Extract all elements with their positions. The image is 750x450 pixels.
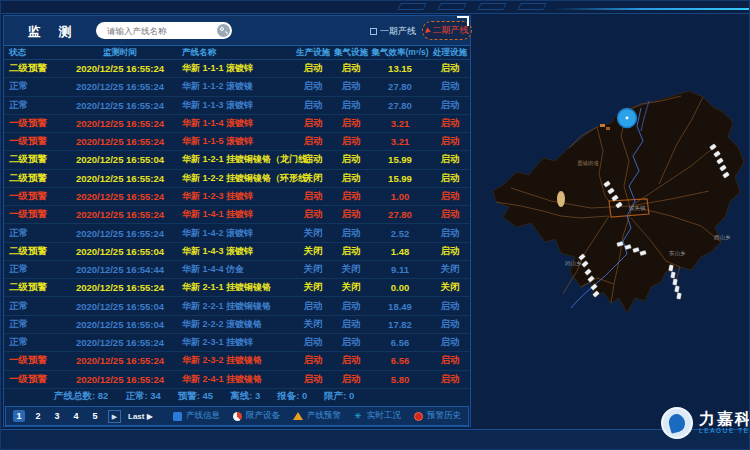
cell-production: 启动	[294, 208, 332, 221]
site-marker[interactable]	[673, 279, 678, 286]
district-map[interactable]: 鹿城街道城关镇西山乡东山乡冈山乡	[481, 56, 749, 406]
page-button[interactable]: 3	[51, 410, 63, 422]
last-page-button[interactable]: Last ▶	[128, 412, 153, 421]
search-input[interactable]	[105, 25, 217, 37]
page-button[interactable]: 1	[13, 410, 25, 422]
cell-treatment: 启动	[430, 117, 470, 130]
cell-treatment: 启动	[430, 80, 470, 93]
cell-gas-collection: 启动	[332, 190, 370, 203]
table-row[interactable]: 正常2020/12/25 16:55:24华新 2-3-1 挂镀锌启动启动6.5…	[4, 334, 470, 352]
cell-treatment: 启动	[430, 300, 470, 313]
cell-status: 一级预警	[4, 117, 58, 130]
table-row[interactable]: 二级预警2020/12/25 16:55:24华新 1-2-2 挂镀铜镍铬（环形…	[4, 170, 470, 188]
page-button[interactable]: 5	[89, 410, 101, 422]
cell-production: 启动	[294, 153, 332, 166]
search-icon[interactable]	[217, 24, 230, 37]
site-marker[interactable]	[677, 293, 682, 300]
bottom-bar: 12345▶Last ▶ 产线信息限产设备产线预警实时工况预警历史	[5, 406, 469, 426]
brand-logo: 力嘉科技 LEAGUE TECH	[661, 407, 750, 439]
stat-item: 正常: 34	[125, 390, 160, 403]
corner-bracket-decor	[457, 16, 469, 26]
table-row[interactable]: 一级预警2020/12/25 16:55:24华新 1-1-5 滚镀锌启动启动3…	[4, 133, 470, 151]
legend-item[interactable]: 预警历史	[414, 410, 461, 422]
cell-name: 华新 2-1-1 挂镀铜镍铬	[182, 281, 294, 294]
top-divider	[1, 13, 749, 14]
legend-item[interactable]: 产线预警	[293, 410, 341, 422]
table-row[interactable]: 正常2020/12/25 16:55:04华新 2-2-2 滚镀镍铬关闭启动17…	[4, 316, 470, 334]
orange-marker	[606, 127, 610, 130]
cell-efficiency: 27.80	[370, 209, 430, 220]
stats-row: 产线总数: 82正常: 34预警: 45离线: 3报备: 0限产: 0	[4, 389, 470, 404]
table-row[interactable]: 一级预警2020/12/25 16:55:24华新 1-4-1 挂镀锌启动启动2…	[4, 206, 470, 224]
cell-status: 一级预警	[4, 354, 58, 367]
next-page-button[interactable]: ▶	[108, 410, 121, 423]
cell-production: 启动	[294, 300, 332, 313]
legend-item[interactable]: 限产设备	[233, 410, 280, 422]
cell-efficiency: 27.80	[370, 81, 430, 92]
table-row[interactable]: 二级预警2020/12/25 16:55:24华新 2-1-1 挂镀铜镍铬关闭关…	[4, 279, 470, 297]
cell-production: 启动	[294, 135, 332, 148]
map-area-label: 城关镇	[628, 205, 646, 211]
cell-production: 关闭	[294, 245, 332, 258]
table-row[interactable]: 一级预警2020/12/25 16:55:24华新 1-2-3 挂镀锌启动启动1…	[4, 188, 470, 206]
legend-item[interactable]: 实时工况	[354, 410, 401, 422]
column-header: 监测时间	[58, 47, 182, 59]
cell-status: 正常	[4, 227, 58, 240]
table-row[interactable]: 二级预警2020/12/25 16:55:04华新 1-2-1 挂镀铜镍铬（龙门…	[4, 151, 470, 169]
page-button[interactable]: 4	[70, 410, 82, 422]
cell-name: 华新 2-4-1 挂镀镍铬	[182, 373, 294, 386]
cell-efficiency: 13.15	[370, 63, 430, 74]
cell-gas-collection: 关闭	[332, 281, 370, 294]
cell-treatment: 启动	[430, 245, 470, 258]
cell-gas-collection: 启动	[332, 318, 370, 331]
cell-production: 启动	[294, 117, 332, 130]
map-area-label: 冈山乡	[565, 260, 582, 266]
table-row[interactable]: 正常2020/12/25 16:55:04华新 2-2-1 挂镀铜镍铬启动启动1…	[4, 297, 470, 315]
map-area-label: 西山乡	[714, 234, 731, 241]
cell-production: 启动	[294, 80, 332, 93]
cell-time: 2020/12/25 16:55:24	[58, 136, 182, 147]
cell-name: 华新 1-4-4 仿金	[182, 263, 294, 276]
table-row[interactable]: 正常2020/12/25 16:55:24华新 1-1-3 滚镀锌启动启动27.…	[4, 97, 470, 115]
cell-status: 一级预警	[4, 135, 58, 148]
page-button[interactable]: 2	[32, 410, 44, 422]
cell-treatment: 启动	[430, 373, 470, 386]
table-row[interactable]: 正常2020/12/25 16:54:44华新 1-4-4 仿金关闭关闭9.11…	[4, 261, 470, 279]
cell-time: 2020/12/25 16:55:04	[58, 154, 182, 165]
cell-production: 启动	[294, 354, 332, 367]
cell-name: 华新 2-2-2 滚镀镍铬	[182, 318, 294, 331]
cell-gas-collection: 启动	[332, 135, 370, 148]
cell-status: 正常	[4, 318, 58, 331]
cell-status: 正常	[4, 99, 58, 112]
cell-status: 二级预警	[4, 245, 58, 258]
table-row[interactable]: 正常2020/12/25 16:55:24华新 1-4-2 滚镀锌关闭启动2.5…	[4, 224, 470, 242]
table-row[interactable]: 二级预警2020/12/25 16:55:04华新 1-4-3 滚镀锌关闭启动1…	[4, 243, 470, 261]
cell-time: 2020/12/25 16:55:24	[58, 63, 182, 74]
cell-time: 2020/12/25 16:55:24	[58, 374, 182, 385]
legend-item[interactable]: 产线信息	[173, 410, 220, 422]
cell-status: 二级预警	[4, 153, 58, 166]
cell-gas-collection: 启动	[332, 208, 370, 221]
cell-status: 一级预警	[4, 373, 58, 386]
logo-name: 力嘉科技	[699, 411, 750, 428]
table-row[interactable]: 一级预警2020/12/25 16:55:24华新 2-3-2 挂镀镍铬启动启动…	[4, 352, 470, 370]
phase1-checkbox[interactable]: 一期产线	[370, 25, 416, 38]
cell-time: 2020/12/25 16:55:24	[58, 81, 182, 92]
cell-treatment: 启动	[430, 208, 470, 221]
search-box[interactable]	[96, 22, 232, 39]
cell-gas-collection: 启动	[332, 354, 370, 367]
table-row[interactable]: 二级预警2020/12/25 16:55:24华新 1-1-1 滚镀锌启动启动1…	[4, 60, 470, 78]
cell-efficiency: 2.52	[370, 228, 430, 239]
cell-time: 2020/12/25 16:55:24	[58, 191, 182, 202]
table-row[interactable]: 一级预警2020/12/25 16:55:24华新 1-1-4 滚镀锌启动启动3…	[4, 115, 470, 133]
site-marker[interactable]	[675, 286, 680, 293]
table-row[interactable]: 正常2020/12/25 16:55:24华新 1-1-2 滚镀镍启动启动27.…	[4, 78, 470, 96]
column-header: 处理设施	[430, 47, 470, 59]
table-row[interactable]: 一级预警2020/12/25 16:55:24华新 2-4-1 挂镀镍铬启动启动…	[4, 371, 470, 389]
site-marker[interactable]	[671, 272, 676, 279]
checkbox-icon[interactable]	[370, 28, 377, 35]
cell-treatment: 启动	[430, 153, 470, 166]
site-marker[interactable]	[669, 265, 674, 272]
legend-label: 限产设备	[246, 410, 280, 422]
legend-label: 产线预警	[307, 410, 341, 422]
